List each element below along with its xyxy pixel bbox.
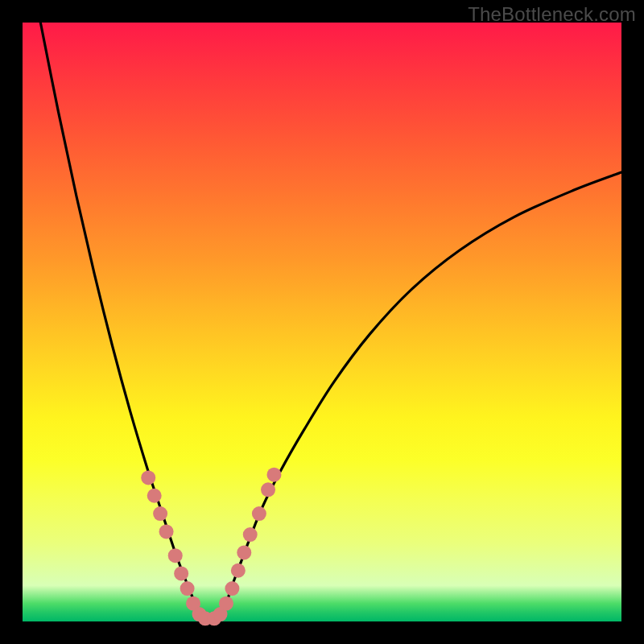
highlight-dot [231, 564, 246, 578]
watermark-text: TheBottleneck.com [468, 3, 636, 26]
highlight-dot [180, 581, 195, 596]
highlight-dot [168, 548, 183, 563]
highlight-dot [266, 468, 281, 482]
highlight-dot [141, 470, 155, 485]
highlight-dot [174, 566, 188, 580]
highlight-dots-group [141, 468, 281, 626]
highlight-dot [225, 581, 239, 596]
highlight-dot [261, 482, 275, 497]
highlight-dot [243, 527, 258, 542]
chart-svg [23, 23, 621, 621]
chart-plot-area [23, 23, 621, 621]
highlight-dot [147, 489, 162, 503]
highlight-dot [252, 506, 266, 521]
highlight-dot [219, 597, 233, 611]
left-curve-line [40, 23, 202, 618]
highlight-dot [153, 506, 167, 521]
right-curve-line [221, 172, 621, 618]
highlight-dot [159, 524, 174, 539]
highlight-dot [237, 545, 251, 559]
